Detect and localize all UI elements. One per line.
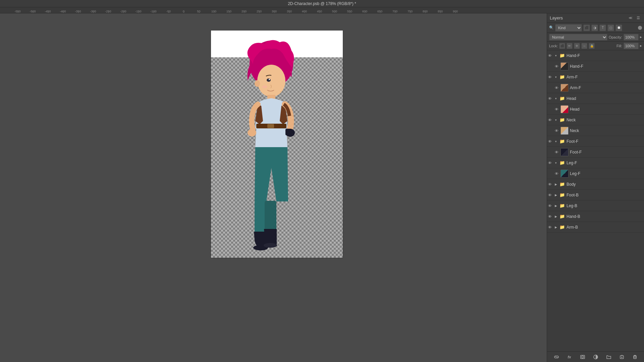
- layer-style-button[interactable]: fx: [566, 353, 573, 361]
- ruler-mark: 550: [342, 10, 357, 13]
- svg-rect-14: [285, 129, 291, 135]
- lock-artboard-button[interactable]: ↔: [581, 43, 587, 49]
- folder-icon-leg-f-group: 📁: [559, 160, 565, 166]
- filter-toggle-dot[interactable]: [638, 26, 642, 30]
- layer-item-foot-b-group[interactable]: 👁 ▶ 📁 Foot-B: [547, 190, 644, 200]
- lock-all-button[interactable]: 🔒: [589, 43, 595, 49]
- visibility-toggle-foot-f[interactable]: 👁: [554, 149, 559, 155]
- expand-hand-b-group[interactable]: ▶: [554, 215, 558, 219]
- svg-rect-10: [265, 201, 276, 233]
- layer-item-foot-f-group[interactable]: 👁 ▾ 📁 Foot-F: [547, 136, 644, 147]
- link-layers-button[interactable]: [553, 353, 560, 361]
- layer-item-leg-f[interactable]: 👁 Leg-F: [547, 168, 644, 179]
- new-group-button[interactable]: [605, 353, 612, 361]
- layer-thumb-leg-f: [560, 170, 569, 178]
- visibility-toggle-leg-b-group[interactable]: 👁: [547, 203, 552, 208]
- layer-item-hand-b-group[interactable]: 👁 ▶ 📁 Hand-B: [547, 211, 644, 222]
- lock-position-button[interactable]: ✛: [574, 43, 580, 49]
- shape-filter-icon[interactable]: ◻: [607, 24, 614, 31]
- expand-foot-b-group[interactable]: ▶: [554, 193, 558, 197]
- layer-name-arm-b-group: Arm-B: [567, 225, 642, 230]
- svg-point-12: [264, 243, 277, 248]
- visibility-toggle-foot-b-group[interactable]: 👁: [547, 192, 552, 198]
- ruler-mark: 100: [206, 10, 221, 13]
- visibility-toggle-leg-f[interactable]: 👁: [554, 171, 559, 176]
- expand-arm-b-group[interactable]: ▶: [554, 225, 558, 229]
- ruler-mark: -100: [146, 10, 161, 13]
- visibility-toggle-arm-b-group[interactable]: 👁: [547, 225, 552, 230]
- ruler-marks: -550 -500 -450 -400 -350 -300 -250 -200 …: [0, 7, 463, 13]
- layer-item-foot-f[interactable]: 👁 Foot-F: [547, 147, 644, 158]
- expand-foot-f-group[interactable]: ▾: [554, 139, 558, 143]
- layer-item-neck[interactable]: 👁 Neck: [547, 125, 644, 136]
- visibility-toggle-hand-f[interactable]: 👁: [554, 64, 559, 69]
- svg-rect-8: [267, 124, 274, 128]
- layer-kind-select[interactable]: Kind: [555, 24, 582, 32]
- ruler-mark: -200: [116, 10, 131, 13]
- layer-item-head-group[interactable]: 👁 ▾ 📁 Head: [547, 93, 644, 104]
- adjustment-filter-icon[interactable]: ◑: [591, 24, 598, 31]
- expand-head-group[interactable]: ▾: [554, 97, 558, 101]
- layer-item-arm-b-group[interactable]: 👁 ▶ 📁 Arm-B: [547, 222, 644, 233]
- ruler-mark: -400: [55, 10, 70, 13]
- expand-body-group[interactable]: ▶: [554, 182, 558, 186]
- expand-neck-group[interactable]: ▾: [554, 118, 558, 122]
- layer-item-hand-f-group[interactable]: 👁 ▾ 📁 Hand-F: [547, 50, 644, 61]
- visibility-toggle-arm-f-group[interactable]: 👁: [547, 74, 552, 80]
- opacity-input[interactable]: [624, 34, 639, 41]
- svg-point-3: [267, 78, 271, 82]
- visibility-toggle-hand-b-group[interactable]: 👁: [547, 214, 552, 219]
- pixel-filter-icon[interactable]: ⬛: [583, 24, 590, 31]
- expand-arm-f-group[interactable]: ▾: [554, 75, 558, 79]
- visibility-toggle-leg-f-group[interactable]: 👁: [547, 160, 552, 166]
- layer-item-neck-group[interactable]: 👁 ▾ 📁 Neck: [547, 115, 644, 125]
- new-layer-button[interactable]: [618, 353, 626, 361]
- layer-item-leg-b-group[interactable]: 👁 ▶ 📁 Leg-B: [547, 200, 644, 211]
- layer-name-foot-f: Foot-F: [570, 150, 642, 155]
- layer-name-foot-b-group: Foot-B: [567, 193, 642, 197]
- visibility-toggle-hand-f-group[interactable]: 👁: [547, 53, 552, 58]
- opacity-stepper[interactable]: ▸: [640, 35, 642, 39]
- visibility-toggle-neck-group[interactable]: 👁: [547, 117, 552, 123]
- layer-thumb-arm-f: [560, 84, 569, 92]
- add-adjustment-button[interactable]: [592, 353, 599, 361]
- layers-list[interactable]: 👁 ▾ 📁 Hand-F 👁 Hand-F 👁 ▾ 📁 Arm-F 👁 Arm-…: [547, 50, 644, 351]
- visibility-toggle-body-group[interactable]: 👁: [547, 182, 552, 187]
- ruler-mark: 750: [402, 10, 418, 13]
- layer-item-body-group[interactable]: 👁 ▶ 📁 Body: [547, 179, 644, 190]
- smartobj-filter-icon[interactable]: 🔲: [615, 24, 622, 31]
- visibility-toggle-arm-f[interactable]: 👁: [554, 85, 559, 90]
- layer-thumb-hand-f: [560, 62, 569, 70]
- layer-item-leg-f-group[interactable]: 👁 ▾ 📁 Leg-F: [547, 158, 644, 168]
- visibility-toggle-neck[interactable]: 👁: [554, 128, 559, 133]
- fill-input[interactable]: [624, 43, 639, 49]
- character-illustration: [231, 34, 308, 252]
- collapse-panel-button[interactable]: ≪: [627, 15, 634, 21]
- lock-pixels-button[interactable]: ⬛: [559, 43, 565, 49]
- layer-item-arm-f[interactable]: 👁 Arm-F: [547, 82, 644, 93]
- visibility-toggle-head-group[interactable]: 👁: [547, 96, 552, 101]
- expand-leg-b-group[interactable]: ▶: [554, 204, 558, 208]
- type-filter-icon[interactable]: T: [599, 24, 606, 31]
- expand-leg-f-group[interactable]: ▾: [554, 161, 558, 165]
- fill-stepper[interactable]: ▸: [640, 44, 642, 48]
- expand-hand-f-group[interactable]: ▾: [554, 54, 558, 58]
- layers-footer: fx: [547, 351, 644, 362]
- layer-item-head[interactable]: 👁 Head: [547, 104, 644, 115]
- lock-image-button[interactable]: ✏: [567, 43, 573, 49]
- delete-layer-button[interactable]: [631, 353, 639, 361]
- blend-mode-select[interactable]: Normal: [549, 34, 607, 41]
- panel-menu-button[interactable]: ☰: [635, 15, 641, 21]
- layer-name-hand-b-group: Hand-B: [567, 214, 642, 219]
- layer-name-neck: Neck: [570, 128, 642, 133]
- svg-point-15: [248, 129, 256, 136]
- layer-item-hand-f[interactable]: 👁 Hand-F: [547, 61, 644, 72]
- visibility-toggle-foot-f-group[interactable]: 👁: [547, 139, 552, 144]
- add-mask-button[interactable]: [579, 353, 586, 361]
- title-bar: 2D-Character.psb @ 178% (RGB/8*) *: [0, 0, 644, 7]
- ruler-mark: 300: [267, 10, 282, 13]
- visibility-toggle-head[interactable]: 👁: [554, 107, 559, 112]
- layer-item-arm-f-group[interactable]: 👁 ▾ 📁 Arm-F: [547, 72, 644, 82]
- folder-icon-foot-b-group: 📁: [559, 192, 565, 198]
- ruler-mark: 650: [372, 10, 387, 13]
